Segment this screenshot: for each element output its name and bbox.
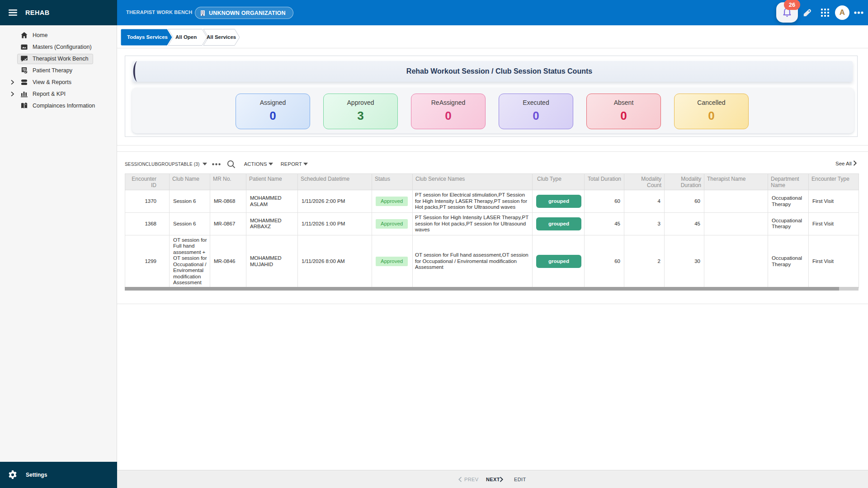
svg-text:Todays Services: Todays Services — [127, 34, 168, 40]
svg-text:All Open: All Open — [175, 34, 197, 40]
svg-text:All Services: All Services — [207, 34, 236, 40]
